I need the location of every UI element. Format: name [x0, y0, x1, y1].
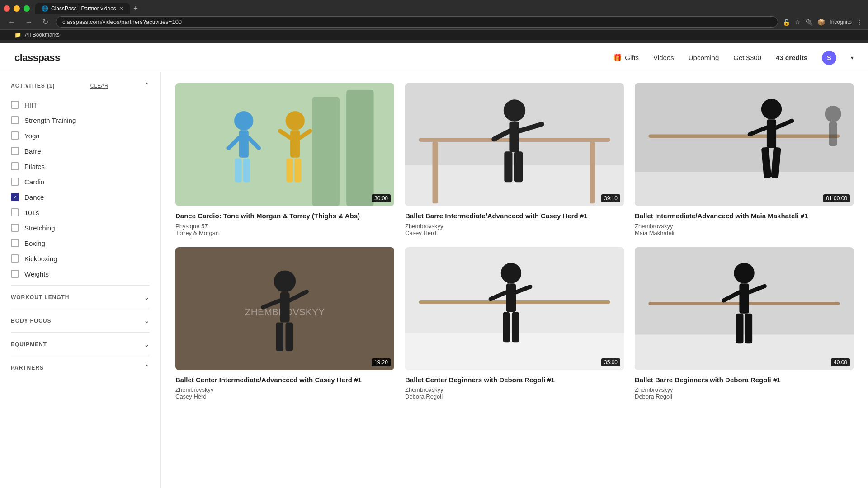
video-thumbnail-v4: ZHEMBROVSKYY 19:20 [175, 247, 394, 370]
header-nav: 🎁 Gifts Videos Upcoming Get $300 43 cred… [613, 51, 854, 65]
filter-item-boxing[interactable]: Boxing [11, 235, 150, 251]
filter-label-101s: 101s [24, 209, 39, 216]
activities-clear-button[interactable]: CLEAR [90, 83, 108, 89]
checkbox-kickboxing[interactable] [11, 254, 19, 263]
filter-item-dance[interactable]: Dance [11, 189, 150, 205]
svg-point-29 [761, 99, 782, 119]
filter-item-101s[interactable]: 101s [11, 205, 150, 220]
video-duration-v6: 40:00 [831, 358, 850, 366]
body-focus-collapse-button[interactable]: ⌄ [144, 316, 150, 325]
checkbox-weights[interactable] [11, 270, 19, 278]
svg-rect-19 [590, 142, 595, 203]
checkbox-cardio[interactable] [11, 178, 19, 186]
browser-menu-icon[interactable]: ⋮ [856, 19, 863, 26]
checkbox-yoga[interactable] [11, 131, 19, 140]
video-card-v6[interactable]: 40:00Ballet Barre Beginners with Debora … [635, 247, 854, 400]
checkbox-dance[interactable] [11, 193, 19, 201]
video-card-v2[interactable]: 39:10Ballet Barre Intermediate/Advancecd… [405, 83, 624, 236]
video-card-v1[interactable]: 30:00Dance Cardio: Tone with Morgan & To… [175, 83, 394, 236]
extension-icon[interactable]: 🔌 [805, 19, 813, 26]
checkbox-boxing[interactable] [11, 239, 19, 247]
filter-item-yoga[interactable]: Yoga [11, 128, 150, 143]
user-menu-chevron-icon[interactable]: ▾ [851, 55, 854, 61]
svg-point-9 [286, 111, 305, 130]
video-card-v3[interactable]: 01:00:00Ballet Intermediate/Advancecd wi… [635, 83, 854, 236]
svg-rect-36 [829, 122, 837, 146]
equipment-collapse-button[interactable]: ⌄ [144, 340, 150, 348]
window-close-button[interactable] [4, 5, 10, 12]
svg-rect-10 [290, 130, 300, 158]
svg-rect-61 [736, 313, 744, 343]
video-duration-v5: 35:00 [601, 358, 620, 366]
svg-rect-40 [280, 292, 289, 322]
filter-item-barre[interactable]: Barre [11, 143, 150, 159]
checkbox-101s[interactable] [11, 208, 19, 216]
checkbox-pilates[interactable] [11, 162, 19, 170]
tab-favicon: 🌐 [42, 5, 48, 12]
filter-label-kickboxing: Kickboxing [24, 255, 57, 263]
browser-tab-active[interactable]: 🌐 ClassPass | Partner videos ✕ [35, 3, 130, 14]
workout-length-label: WORKOUT LENGTH [11, 294, 69, 300]
sidebar: ACTIVITIES (1) CLEAR ⌃ HIITStrength Trai… [0, 72, 161, 488]
svg-rect-23 [514, 151, 523, 182]
bookmark-star-icon[interactable]: ☆ [795, 19, 801, 26]
user-avatar[interactable]: S [822, 51, 836, 65]
browser-address-bar: ← → ↻ 🔒 ☆ 🔌 📦 Incognito ⋮ [0, 14, 868, 29]
svg-point-20 [504, 99, 525, 121]
credits-display[interactable]: 43 credits [776, 54, 807, 61]
video-instructor-v5: Debora Regoli [405, 393, 624, 400]
body-focus-label: BODY FOCUS [11, 318, 51, 324]
video-thumbnail-v3: 01:00:00 [635, 83, 854, 206]
nav-gifts[interactable]: 🎁 Gifts [613, 53, 639, 62]
tab-close-button[interactable]: ✕ [119, 5, 123, 12]
svg-rect-53 [512, 312, 519, 342]
video-duration-v4: 19:20 [372, 358, 391, 366]
checkbox-barre[interactable] [11, 147, 19, 155]
app-header: classpass 🎁 Gifts Videos Upcoming Get $3… [0, 43, 868, 72]
svg-rect-49 [506, 283, 516, 312]
nav-upcoming[interactable]: Upcoming [689, 54, 719, 61]
incognito-button[interactable]: Incognito [830, 19, 852, 25]
video-instructor-v3: Maia Makhateli [635, 230, 854, 236]
filter-item-weights[interactable]: Weights [11, 266, 150, 282]
svg-point-39 [274, 270, 296, 292]
checkbox-strength-training[interactable] [11, 116, 19, 124]
nav-videos[interactable]: Videos [653, 54, 674, 61]
browser-back-button[interactable]: ← [5, 17, 18, 27]
app-logo[interactable]: classpass [14, 52, 60, 64]
filter-item-hiit[interactable]: HIIT [11, 97, 150, 113]
checkbox-hiit[interactable] [11, 101, 19, 109]
new-tab-button[interactable]: + [133, 4, 138, 14]
filter-item-strength-training[interactable]: Strength Training [11, 113, 150, 128]
video-grid: 30:00Dance Cardio: Tone with Morgan & To… [175, 83, 854, 400]
activities-collapse-button[interactable]: ⌃ [144, 81, 150, 90]
nav-gifts-label: Gifts [625, 54, 639, 61]
window-minimize-button[interactable] [14, 5, 20, 12]
bookmarks-label: All Bookmarks [25, 32, 60, 38]
video-duration-v3: 01:00:00 [823, 194, 850, 202]
content-area: 30:00Dance Cardio: Tone with Morgan & To… [161, 72, 868, 488]
svg-rect-30 [767, 119, 776, 148]
video-studio-v6: Zhembrovskyy [635, 386, 854, 393]
filter-item-pilates[interactable]: Pilates [11, 159, 150, 174]
browser-reload-button[interactable]: ↻ [40, 17, 51, 27]
browser-tab-bar: 🌐 ClassPass | Partner videos ✕ + [0, 0, 868, 14]
filter-label-barre: Barre [24, 147, 41, 155]
address-bar-input[interactable] [56, 16, 778, 28]
filter-item-kickboxing[interactable]: Kickboxing [11, 251, 150, 266]
filter-item-stretching[interactable]: Stretching [11, 220, 150, 235]
partners-collapse-button[interactable]: ⌃ [144, 363, 150, 372]
checkbox-stretching[interactable] [11, 224, 19, 232]
browser-forward-button[interactable]: → [23, 17, 35, 27]
workout-length-collapse-button[interactable]: ⌄ [144, 293, 150, 301]
svg-rect-58 [739, 283, 749, 314]
extension2-icon[interactable]: 📦 [817, 19, 825, 26]
video-title-v4: Ballet Center Intermediate/Advancecd wit… [175, 375, 394, 385]
video-card-v4[interactable]: ZHEMBROVSKYY 19:20Ballet Center Intermed… [175, 247, 394, 400]
gift-icon: 🎁 [613, 53, 622, 62]
window-maximize-button[interactable] [24, 5, 30, 12]
lock-icon: 🔒 [783, 19, 790, 26]
filter-item-cardio[interactable]: Cardio [11, 174, 150, 189]
video-card-v5[interactable]: 35:00Ballet Center Beginners with Debora… [405, 247, 624, 400]
nav-get300[interactable]: Get $300 [733, 54, 761, 61]
